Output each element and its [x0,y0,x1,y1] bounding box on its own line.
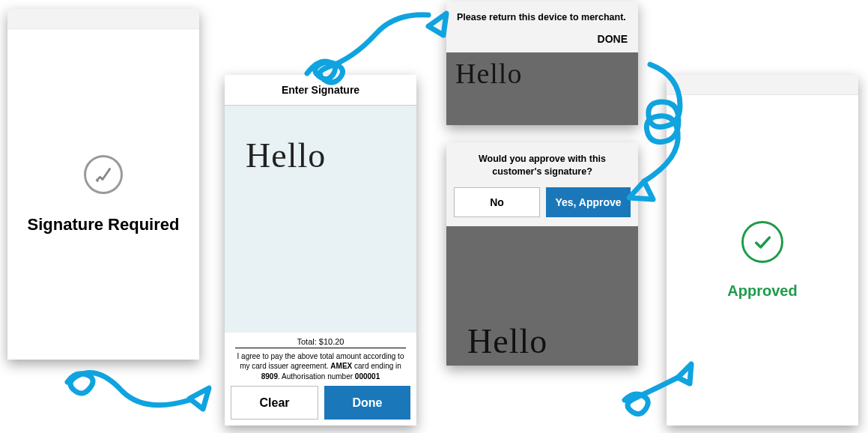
screen-enter-signature: Enter Signature Hello Total: $10.20 I ag… [225,75,416,426]
signature-icon [84,155,123,194]
signature-preview: Hello [455,57,638,90]
flow-arrow-icon [60,360,225,420]
svg-point-0 [97,180,99,182]
total-label: Total: [297,337,318,346]
done-button[interactable]: Done [324,386,410,420]
status-bar [7,9,199,29]
signature-drawing: Hello [246,136,326,175]
legal-text: I agree to pay the above total amount ac… [231,351,410,387]
return-done-button[interactable]: DONE [457,33,628,45]
flow-arrow-icon [300,6,449,81]
card-last4: 8909 [261,372,278,381]
signature-pad[interactable]: Hello [225,106,416,333]
approve-yes-button[interactable]: Yes, Approve [546,187,631,217]
signature-required-title: Signature Required [28,215,180,234]
total-value: $10.20 [319,337,345,346]
signature-preview: Hello [467,321,547,361]
card-brand: AMEX [330,362,352,370]
return-device-message: Please return this device to merchant. [457,12,628,22]
header-title: Enter Signature [225,75,416,106]
status-bar [667,75,858,95]
screen-approved: Approved [667,75,858,426]
approve-no-button[interactable]: No [454,187,540,217]
approve-prompt-message: Would you approve with this customer's s… [454,153,631,178]
screen-signature-required: Signature Required [7,9,199,360]
approved-title: Approved [727,282,797,300]
total-line: Total: $10.20 [235,337,406,348]
screen-return-device: Please return this device to merchant. D… [446,1,638,125]
check-icon [741,221,783,263]
auth-number: 000001 [355,372,380,381]
clear-button[interactable]: Clear [231,386,318,420]
screen-approve-prompt: Would you approve with this customer's s… [446,142,638,366]
